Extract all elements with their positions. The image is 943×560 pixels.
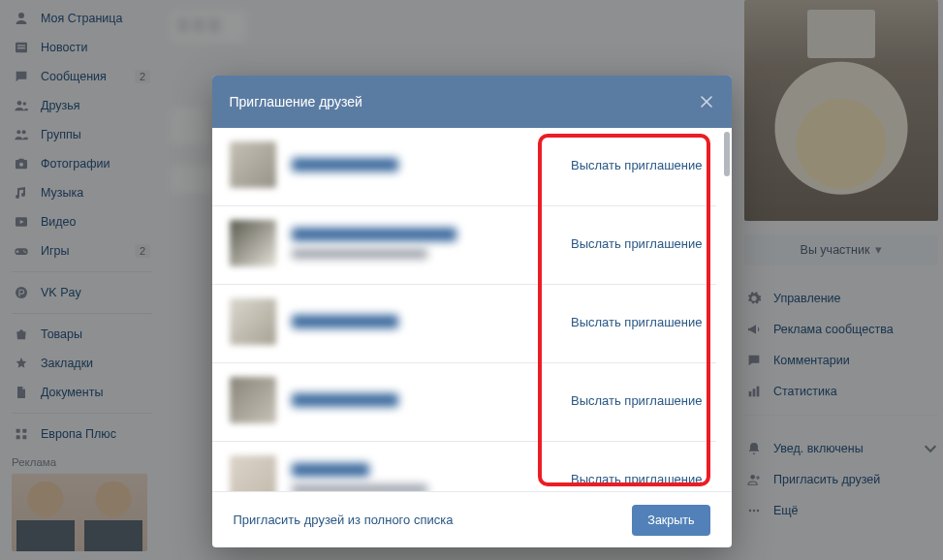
friend-info [292, 315, 398, 328]
friend-subtitle [292, 484, 427, 491]
full-list-link[interactable]: Пригласить друзей из полного списка [234, 513, 454, 527]
friend-row: Выслать приглашение [212, 206, 716, 285]
friend-name[interactable] [292, 228, 456, 241]
avatar[interactable] [230, 141, 276, 188]
send-invite-link[interactable]: Выслать приглашение [571, 158, 703, 172]
friend-subtitle [292, 249, 427, 259]
friend-info [292, 228, 456, 259]
close-button[interactable]: Закрыть [632, 505, 709, 536]
close-icon[interactable] [699, 94, 714, 109]
send-invite-link[interactable]: Выслать приглашение [571, 236, 703, 251]
friend-row: Выслать приглашение [212, 442, 716, 491]
modal-footer: Пригласить друзей из полного списка Закр… [212, 491, 732, 547]
friend-info [292, 158, 398, 171]
friend-row: Выслать приглашение [212, 285, 716, 363]
modal-header: Приглашение друзей [212, 76, 732, 128]
friend-name[interactable] [292, 315, 398, 328]
friend-name[interactable] [292, 158, 398, 171]
send-invite-link[interactable]: Выслать приглашение [571, 315, 703, 329]
friend-info [292, 463, 427, 491]
modal-title: Приглашение друзей [230, 94, 362, 109]
friend-name[interactable] [292, 463, 369, 477]
scrollbar[interactable] [724, 132, 730, 176]
send-invite-link[interactable]: Выслать приглашение [571, 472, 703, 486]
invite-friends-modal: Приглашение друзей Выслать приглашениеВы… [212, 76, 732, 547]
friend-name[interactable] [292, 393, 398, 407]
avatar[interactable] [230, 298, 276, 345]
friend-info [292, 393, 398, 407]
avatar[interactable] [230, 220, 276, 266]
friend-row: Выслать приглашение [212, 128, 716, 206]
send-invite-link[interactable]: Выслать приглашение [571, 393, 703, 408]
friend-row: Выслать приглашение [212, 363, 716, 442]
friends-list: Выслать приглашениеВыслать приглашениеВы… [212, 128, 716, 491]
modal-overlay: Приглашение друзей Выслать приглашениеВы… [0, 0, 943, 560]
modal-body: Выслать приглашениеВыслать приглашениеВы… [212, 128, 732, 491]
avatar[interactable] [230, 377, 276, 423]
avatar[interactable] [230, 455, 276, 491]
